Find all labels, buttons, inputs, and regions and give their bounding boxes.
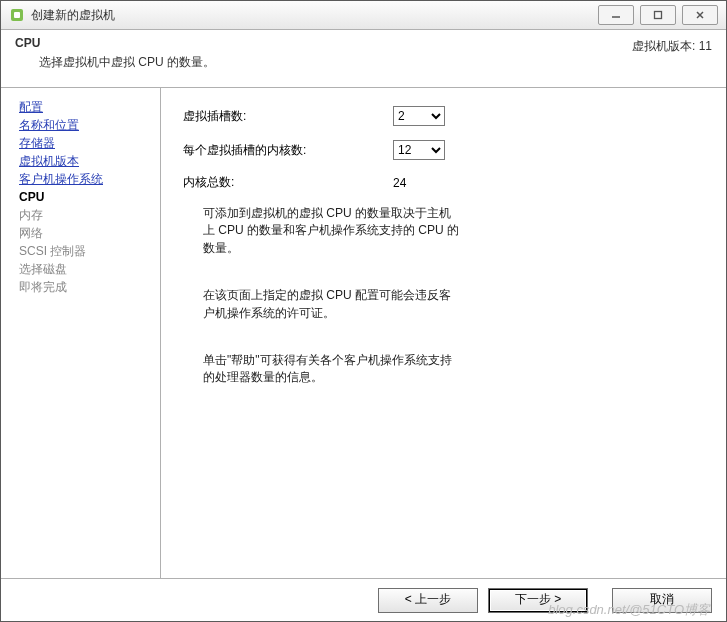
info-text-2: 在该页面上指定的虚拟 CPU 配置可能会违反客户机操作系统的许可证。 — [203, 287, 459, 322]
window-controls — [598, 5, 722, 25]
total-cores-label: 内核总数: — [183, 174, 393, 191]
app-icon — [9, 7, 25, 23]
sockets-label: 虚拟插槽数: — [183, 108, 393, 125]
sidebar-item-cpu: CPU — [19, 188, 160, 206]
svg-rect-3 — [655, 12, 662, 19]
sidebar-item-disk: 选择磁盘 — [19, 260, 160, 278]
sidebar-item-guest-os[interactable]: 客户机操作系统 — [19, 170, 160, 188]
vm-version-label: 虚拟机版本: 11 — [632, 36, 712, 55]
sidebar-item-config[interactable]: 配置 — [19, 98, 160, 116]
sidebar-item-name[interactable]: 名称和位置 — [19, 116, 160, 134]
close-button[interactable] — [682, 5, 718, 25]
close-icon — [695, 10, 705, 20]
sockets-select[interactable]: 2 — [393, 106, 445, 126]
footer: < 上一步 下一步 > 取消 — [1, 578, 726, 621]
minimize-icon — [611, 10, 621, 20]
back-button[interactable]: < 上一步 — [378, 588, 478, 613]
sidebar-item-storage[interactable]: 存储器 — [19, 134, 160, 152]
sidebar-item-scsi: SCSI 控制器 — [19, 242, 160, 260]
sidebar-item-finish: 即将完成 — [19, 278, 160, 296]
info-text-1: 可添加到虚拟机的虚拟 CPU 的数量取决于主机上 CPU 的数量和客户机操作系统… — [203, 205, 459, 257]
wizard-sidebar: 配置 名称和位置 存储器 虚拟机版本 客户机操作系统 CPU 内存 网络 SCS… — [1, 88, 161, 578]
cancel-button[interactable]: 取消 — [612, 588, 712, 613]
page-title: CPU — [15, 36, 632, 50]
maximize-icon — [653, 10, 663, 20]
info-text-3: 单击"帮助"可获得有关各个客户机操作系统支持的处理器数量的信息。 — [203, 352, 459, 387]
header-area: CPU 选择虚拟机中虚拟 CPU 的数量。 虚拟机版本: 11 — [1, 30, 726, 88]
next-button[interactable]: 下一步 > — [488, 588, 588, 613]
sidebar-item-network: 网络 — [19, 224, 160, 242]
total-cores-value: 24 — [393, 176, 473, 190]
maximize-button[interactable] — [640, 5, 676, 25]
minimize-button[interactable] — [598, 5, 634, 25]
svg-rect-1 — [14, 12, 20, 18]
content-area: 虚拟插槽数: 2 每个虚拟插槽的内核数: 12 内核总数: 24 — [161, 88, 726, 578]
body-area: 配置 名称和位置 存储器 虚拟机版本 客户机操作系统 CPU 内存 网络 SCS… — [1, 88, 726, 578]
page-subtitle: 选择虚拟机中虚拟 CPU 的数量。 — [39, 54, 632, 71]
sidebar-item-vm-version[interactable]: 虚拟机版本 — [19, 152, 160, 170]
dialog-window: 创建新的虚拟机 CPU 选择虚拟机中虚拟 CPU 的数量。 虚拟机版本: 11 … — [0, 0, 727, 622]
sidebar-item-memory: 内存 — [19, 206, 160, 224]
titlebar: 创建新的虚拟机 — [1, 1, 726, 30]
cores-select[interactable]: 12 — [393, 140, 445, 160]
window-title: 创建新的虚拟机 — [31, 7, 598, 24]
cores-label: 每个虚拟插槽的内核数: — [183, 142, 393, 159]
